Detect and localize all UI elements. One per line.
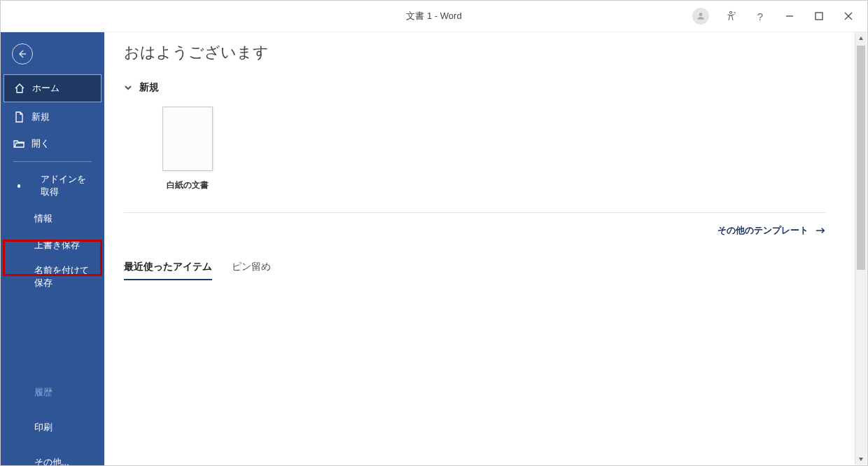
accessibility-icon[interactable]: ? (716, 1, 746, 31)
minimize-button[interactable] (775, 1, 804, 31)
sidebar-item-save-as[interactable]: 名前を付けて保存 (1, 259, 104, 295)
backstage-content: おはようございます 新規 白紙の文書 その他のテンプレート 最近使ったアイテム … (104, 32, 867, 465)
divider (124, 212, 825, 213)
window-title: 文書 1 - Word (406, 10, 461, 22)
sidebar-item-open[interactable]: 開く (1, 130, 104, 157)
new-section-header[interactable]: 新規 (124, 81, 825, 94)
arrow-right-icon (816, 227, 825, 234)
sidebar-item-others[interactable]: その他... (1, 449, 104, 466)
greeting-text: おはようございます (124, 42, 825, 63)
sidebar-item-label: 新規 (31, 111, 50, 123)
sidebar-item-label: 上書き保存 (34, 239, 80, 252)
template-label: 白紙の文書 (167, 179, 209, 191)
scrollbar-thumb[interactable] (857, 46, 865, 270)
home-icon (14, 83, 25, 94)
sidebar-item-history: 履歴 (1, 379, 104, 406)
sidebar-item-label: その他... (34, 456, 69, 466)
help-button[interactable]: ? (746, 1, 775, 31)
svg-point-0 (730, 11, 732, 13)
sidebar-item-info[interactable]: 情報 (1, 205, 104, 232)
recent-tabs: 最近使ったアイテム ピン留め (124, 261, 825, 280)
more-templates-link[interactable]: その他のテンプレート (124, 224, 825, 237)
scroll-down-icon[interactable] (855, 453, 867, 465)
back-button[interactable] (12, 43, 33, 64)
sidebar-item-label: 開く (31, 137, 50, 150)
account-icon[interactable] (692, 8, 709, 25)
sidebar-item-label: 情報 (34, 212, 52, 225)
sidebar-item-get-addins[interactable]: アドインを取得 (1, 166, 104, 205)
scroll-up-icon[interactable] (855, 32, 867, 44)
sidebar-item-save[interactable]: 上書き保存 (1, 232, 104, 259)
sidebar-item-label: アドインを取得 (41, 173, 94, 198)
chevron-down-icon (124, 83, 132, 92)
sidebar-item-new[interactable]: 新規 (1, 104, 104, 130)
sidebar-item-label: 履歴 (34, 386, 52, 399)
sidebar-item-label: 名前を付けて保存 (34, 264, 94, 289)
sidebar-item-print[interactable]: 印刷 (1, 414, 104, 441)
tab-pinned[interactable]: ピン留め (232, 261, 271, 280)
tab-recent[interactable]: 最近使ったアイテム (124, 261, 212, 280)
vertical-scrollbar[interactable] (855, 32, 867, 465)
template-thumbnail (162, 107, 213, 171)
sidebar-item-home[interactable]: ホーム (4, 74, 102, 102)
sidebar-item-label: ホーム (32, 82, 59, 95)
maximize-button[interactable] (804, 1, 834, 31)
svg-text:?: ? (734, 11, 736, 15)
window-controls: ? ? (685, 1, 863, 32)
title-bar: 文書 1 - Word ? ? (1, 1, 867, 32)
template-blank-document[interactable]: 白紙の文書 (156, 107, 219, 191)
more-templates-label: その他のテンプレート (718, 224, 808, 237)
sidebar-separator (13, 161, 92, 162)
document-icon (13, 111, 24, 123)
folder-open-icon (13, 138, 24, 149)
backstage-sidebar: ホーム 新規 開く アドインを取得 情報 上書き保存 名前を付けて保存 履歴 (1, 32, 104, 465)
section-title: 新規 (139, 81, 159, 94)
close-button[interactable] (834, 1, 863, 31)
svg-rect-3 (816, 13, 822, 20)
sidebar-item-label: 印刷 (34, 421, 52, 434)
